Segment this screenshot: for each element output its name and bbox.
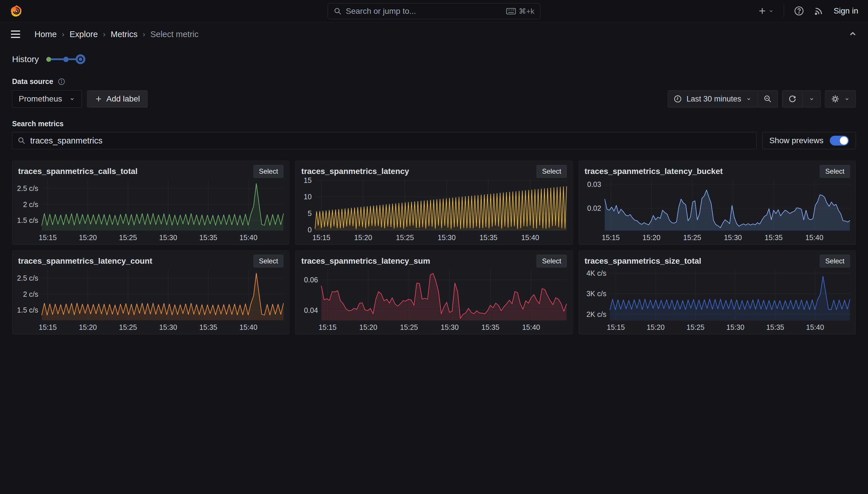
select-metric-button[interactable]: Select <box>537 165 567 178</box>
x-tick-label: 15:40 <box>239 323 258 331</box>
select-metric-button[interactable]: Select <box>820 165 850 178</box>
x-axis-labels: 15:1515:2015:2515:3015:3515:40 <box>315 231 567 242</box>
x-axis-labels: 15:1515:2015:2515:3015:3515:40 <box>42 231 283 242</box>
chart-plot[interactable] <box>42 269 283 320</box>
x-tick-label: 15:30 <box>438 233 456 242</box>
y-tick-label: 0.03 <box>587 180 601 188</box>
grafana-logo-icon[interactable] <box>10 4 23 18</box>
chart-plot[interactable] <box>315 179 567 231</box>
y-tick-label: 1.5 c/s <box>17 216 38 225</box>
x-tick-label: 15:25 <box>400 323 418 331</box>
search-shortcut: ⌘+k <box>506 7 534 16</box>
chart-plot[interactable] <box>321 269 567 320</box>
select-metric-button[interactable]: Select <box>537 255 567 267</box>
metric-search-box[interactable] <box>12 132 756 149</box>
menu-toggle-button[interactable] <box>8 28 22 40</box>
select-metric-button[interactable]: Select <box>820 255 850 267</box>
select-metric-button[interactable]: Select <box>254 255 284 267</box>
x-tick-label: 15:35 <box>765 233 783 242</box>
y-axis-labels: 0.060.04 <box>301 269 321 320</box>
x-tick-label: 15:30 <box>159 323 177 331</box>
metric-chart: 0.060.04 15:1515:2015:2515:3015:3515:40 <box>301 269 567 332</box>
x-tick-label: 15:25 <box>687 323 705 331</box>
history-step-dot[interactable] <box>63 57 69 62</box>
news-button[interactable] <box>814 6 824 16</box>
chart-plot[interactable] <box>610 269 850 320</box>
global-search-box[interactable]: ⌘+k <box>328 3 540 19</box>
sign-in-button[interactable]: Sign in <box>833 6 858 16</box>
y-tick-label: 1.5 c/s <box>17 306 38 314</box>
time-range-picker: Last 30 minutes <box>668 90 778 108</box>
x-tick-label: 15:25 <box>396 233 414 242</box>
breadcrumb-bar: Home › Explore › Metrics › Select metric <box>0 22 868 46</box>
x-tick-label: 15:40 <box>522 323 540 331</box>
metric-search-input[interactable] <box>30 136 751 146</box>
zoom-out-button[interactable] <box>757 91 778 107</box>
refresh-button[interactable] <box>782 91 803 107</box>
refresh-interval-button[interactable] <box>803 91 821 107</box>
y-axis-labels: 0.030.02 <box>585 179 605 231</box>
x-tick-label: 15:35 <box>199 233 217 242</box>
metric-panel: traces_spanmetrics_size_total Select 4K … <box>578 250 856 335</box>
search-icon <box>18 137 25 145</box>
history-step-dot[interactable] <box>46 57 51 62</box>
x-tick-label: 15:35 <box>481 323 499 331</box>
x-tick-label: 15:30 <box>159 233 177 242</box>
breadcrumb-home[interactable]: Home <box>35 30 57 39</box>
plus-icon <box>95 95 102 103</box>
history-connector <box>51 58 63 60</box>
metric-panel: traces_spanmetrics_latency_count Select … <box>12 250 290 335</box>
shortcut-label: ⌘+k <box>519 7 534 16</box>
x-tick-label: 15:30 <box>440 323 459 331</box>
add-label-button[interactable]: Add label <box>87 90 148 108</box>
chevron-down-icon <box>69 96 75 102</box>
y-tick-label: 5 <box>308 209 312 217</box>
clock-icon <box>674 95 682 103</box>
y-tick-label: 3K c/s <box>586 289 606 298</box>
x-tick-label: 15:15 <box>39 323 57 331</box>
breadcrumb-select-metric: Select metric <box>150 30 199 39</box>
x-tick-label: 15:35 <box>199 323 217 331</box>
zoom-out-icon <box>763 95 772 103</box>
metric-chart: 2.5 c/s2 c/s1.5 c/s 15:1515:2015:2515:30… <box>18 179 283 242</box>
x-tick-label: 15:20 <box>647 323 665 331</box>
y-tick-label: 0.04 <box>304 306 318 314</box>
history-current-step[interactable] <box>76 54 85 64</box>
chevron-down-icon <box>844 96 850 102</box>
metric-chart: 4K c/s3K c/s2K c/s 15:1515:2015:2515:301… <box>585 269 850 332</box>
breadcrumb-metrics[interactable]: Metrics <box>111 30 137 39</box>
datasource-picker[interactable]: Prometheus <box>12 90 82 108</box>
chart-plot[interactable] <box>42 179 283 231</box>
new-menu-button[interactable] <box>758 6 774 15</box>
show-previews-toggle[interactable] <box>830 136 849 146</box>
y-axis-labels: 4K c/s3K c/s2K c/s <box>585 269 610 320</box>
search-metrics-label: Search metrics <box>12 120 856 128</box>
y-axis-labels: 151050 <box>301 179 315 231</box>
datasource-label: Data source <box>12 77 53 86</box>
breadcrumb-explore[interactable]: Explore <box>70 30 98 39</box>
info-icon <box>58 78 65 86</box>
select-metric-button[interactable]: Select <box>254 165 284 178</box>
chart-plot[interactable] <box>605 179 850 231</box>
help-button[interactable] <box>794 6 804 16</box>
metrics-grid: traces_spanmetrics_calls_total Select 2.… <box>12 161 856 335</box>
x-tick-label: 15:15 <box>602 233 620 242</box>
y-tick-label: 15 <box>304 176 312 185</box>
history-timeline[interactable] <box>46 54 85 64</box>
settings-group <box>825 90 856 108</box>
settings-button[interactable] <box>825 91 856 107</box>
y-tick-label: 0.02 <box>587 204 601 212</box>
chevron-up-icon <box>848 29 857 39</box>
global-search-input[interactable] <box>346 6 502 16</box>
collapse-section-button[interactable] <box>848 29 857 40</box>
plus-icon <box>758 6 767 15</box>
main-content: History Data source Prometheus Add label <box>0 54 868 335</box>
x-tick-label: 15:20 <box>79 323 97 331</box>
y-tick-label: 2.5 c/s <box>17 184 38 193</box>
panel-title: traces_spanmetrics_size_total <box>585 255 701 266</box>
time-range-button[interactable]: Last 30 minutes <box>668 91 757 107</box>
panel-title: traces_spanmetrics_latency_count <box>18 255 152 266</box>
time-range-label: Last 30 minutes <box>686 95 741 103</box>
x-tick-label: 15:35 <box>766 323 784 331</box>
history-label: History <box>12 54 39 64</box>
